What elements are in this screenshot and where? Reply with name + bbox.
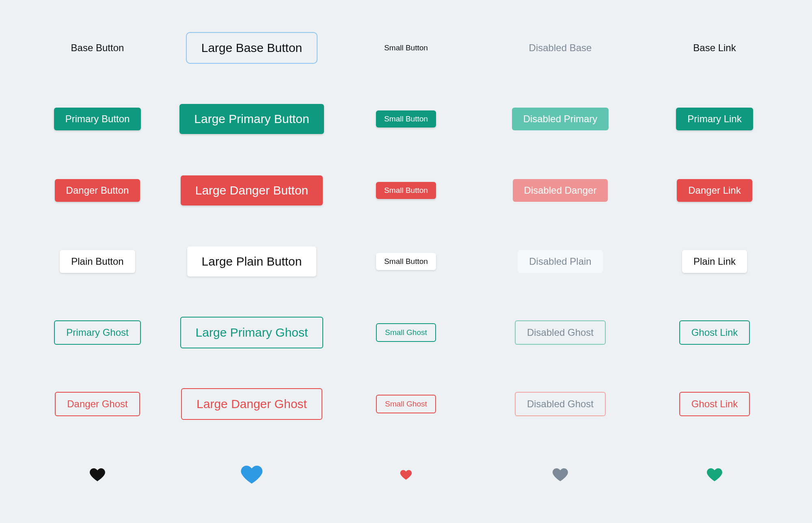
heart-icon (706, 467, 723, 483)
primary-button[interactable]: Primary Button (54, 108, 141, 130)
heart-icon-button-black[interactable] (86, 464, 109, 486)
disabled-base-button: Disabled Base (518, 37, 603, 59)
small-plain-button[interactable]: Small Button (376, 253, 436, 270)
primary-ghost-button[interactable]: Primary Ghost (54, 320, 140, 345)
large-danger-ghost-button[interactable]: Large Danger Ghost (181, 388, 322, 420)
primary-ghost-link[interactable]: Ghost Link (679, 320, 750, 345)
disabled-danger-button: Disabled Danger (513, 179, 608, 202)
plain-button[interactable]: Plain Button (60, 250, 135, 273)
base-link[interactable]: Base Link (682, 37, 747, 59)
small-danger-button[interactable]: Small Button (376, 182, 436, 199)
primary-link[interactable]: Primary Link (676, 108, 753, 130)
heart-icon-button-green[interactable] (703, 464, 726, 486)
large-base-button[interactable]: Large Base Button (186, 32, 318, 64)
heart-icon-button-disabled (549, 464, 572, 486)
heart-icon (240, 464, 263, 486)
danger-button[interactable]: Danger Button (55, 179, 140, 202)
small-base-button[interactable]: Small Button (376, 39, 436, 56)
large-primary-ghost-button[interactable]: Large Primary Ghost (180, 317, 324, 348)
danger-link[interactable]: Danger Link (677, 179, 752, 202)
heart-icon (89, 467, 106, 483)
disabled-primary-ghost-button: Disabled Ghost (515, 320, 606, 345)
small-primary-button[interactable]: Small Button (376, 110, 436, 128)
large-primary-button[interactable]: Large Primary Button (179, 104, 324, 134)
large-danger-button[interactable]: Large Danger Button (181, 175, 323, 205)
danger-ghost-link[interactable]: Ghost Link (679, 392, 750, 416)
base-button[interactable]: Base Button (60, 37, 136, 59)
danger-ghost-button[interactable]: Danger Ghost (55, 392, 140, 416)
plain-link[interactable]: Plain Link (682, 250, 747, 273)
disabled-plain-button: Disabled Plain (518, 250, 603, 273)
heart-icon-button-red[interactable] (397, 466, 415, 484)
disabled-primary-button: Disabled Primary (512, 108, 609, 130)
heart-icon-button-blue[interactable] (237, 460, 266, 490)
small-danger-ghost-button[interactable]: Small Ghost (376, 395, 436, 413)
large-plain-button[interactable]: Large Plain Button (187, 246, 317, 277)
heart-icon (552, 467, 568, 483)
button-showcase-grid: Base Button Large Base Button Small Butt… (24, 16, 788, 507)
small-primary-ghost-button[interactable]: Small Ghost (376, 323, 436, 342)
heart-icon (400, 469, 412, 481)
disabled-danger-ghost-button: Disabled Ghost (515, 392, 606, 416)
